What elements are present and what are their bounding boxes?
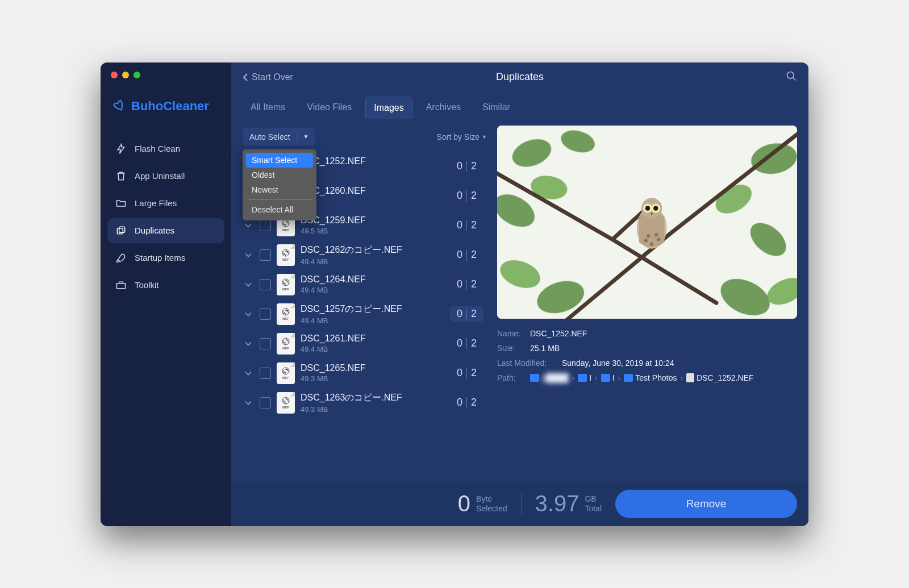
duplicate-count: 0 2 [450,158,483,174]
duplicate-count: 0 2 [450,394,483,411]
file-name: DSC_1264.NEF [301,274,444,285]
selected-count: 0 [457,219,462,231]
sidebar-item-label: Duplicates [135,226,174,235]
auto-select-dropdown: Smart Select Oldest Newest Deselect All [243,149,316,220]
preview-image [497,126,797,319]
sidebar: BuhoCleaner Flash Clean App Uninstall La… [101,62,231,526]
file-name: DSC_1263のコピー.NEF [301,392,444,404]
checkbox[interactable] [260,249,271,261]
selected-bytes: 0 [458,491,470,516]
chevron-down-icon[interactable] [243,279,254,290]
file-size: 49.5 MB [301,227,444,235]
checkbox[interactable] [260,308,271,320]
duplicate-count: 0 2 [450,217,483,233]
toolkit-icon [115,280,127,291]
meta-row-modified: Last Modified: Sunday, June 30, 2019 at … [497,358,797,368]
search-button[interactable] [786,70,797,84]
sidebar-item-startup-items[interactable]: Startup Items [107,245,224,270]
breadcrumb-segment[interactable]: I [601,373,615,382]
file-name: DSC_1265.NEF [301,363,444,373]
chevron-down-icon[interactable] [243,308,254,320]
total-unit: GB [585,494,602,504]
file-size: 49.4 MB [301,286,444,294]
selected-count: 0 [457,308,462,320]
sort-label: Sort by Size [437,132,479,141]
chevron-down-icon[interactable] [243,338,254,349]
svg-point-28 [650,242,653,245]
fullscreen-window-button[interactable] [134,72,140,78]
minimize-window-button[interactable] [122,72,129,78]
list-item[interactable]: NEF DSC_1257のコピー.NEF 49.4 MB 0 2 [243,299,487,329]
breadcrumb-label: Test Photos [635,373,677,382]
sort-button[interactable]: Sort by Size ▼ [437,132,487,141]
file-info: DSC_1259.NEF 49.5 MB [301,215,444,235]
tab-images[interactable]: Images [365,97,412,119]
tab-video-files[interactable]: Video Files [299,97,360,119]
dropdown-item-newest[interactable]: Newest [246,182,313,197]
close-window-button[interactable] [111,72,118,78]
auto-select-button[interactable]: Auto Select ▼ [243,128,315,146]
selected-unit: Byte [476,494,507,504]
sidebar-item-large-files[interactable]: Large Files [107,191,224,216]
sidebar-item-toolkit[interactable]: Toolkit [107,273,224,298]
brand-logo-icon [113,100,126,112]
checkbox[interactable] [260,220,271,231]
chevron-down-icon[interactable] [243,220,254,231]
list-item[interactable]: NEF DSC_1263のコピー.NEF 49.3 MB 0 2 [243,388,487,418]
back-button[interactable]: Start Over [243,72,293,82]
file-info: DSC_1263のコピー.NEF 49.3 MB [301,392,444,414]
stat-total: 3.97 GB Total [535,491,602,516]
chevron-down-icon[interactable] [243,368,254,379]
breadcrumb-segment[interactable]: Test Photos [624,373,677,382]
tab-similar[interactable]: Similar [474,97,518,119]
meta-row-name: Name: DSC_1252.NEF [497,329,797,338]
selected-count: 0 [457,160,462,172]
checkbox[interactable] [260,397,271,408]
checkbox[interactable] [260,368,271,379]
chevron-down-icon[interactable] [243,249,254,261]
folder-icon [624,374,633,382]
chevron-down-icon[interactable] [243,397,254,408]
file-info: DSC_1261.NEF 49.4 MB [301,333,444,353]
file-icon: NEF [277,274,295,295]
selected-count: 0 [457,278,462,290]
sidebar-item-label: Toolkit [135,280,159,290]
list-item[interactable]: NEF DSC_1261.NEF 49.4 MB 0 2 [243,329,487,358]
divider [466,249,467,261]
divider [466,279,467,290]
breadcrumb-label: p████ [541,373,568,382]
tab-all-items[interactable]: All Items [243,97,293,119]
sidebar-item-flash-clean[interactable]: Flash Clean [107,136,224,161]
sidebar-item-app-uninstall[interactable]: App Uninstall [107,164,224,189]
brand: BuhoCleaner [101,83,231,136]
stat-selected: 0 Byte Selected [458,491,507,516]
dropdown-item-deselect-all[interactable]: Deselect All [246,202,313,217]
list-item[interactable]: NEF DSC_1265.NEF 49.3 MB 0 2 [243,358,487,388]
remove-button[interactable]: Remove [615,490,797,518]
breadcrumb-segment[interactable]: DSC_1252.NEF [686,373,753,382]
sidebar-item-label: Flash Clean [135,144,180,153]
chevron-left-icon [243,73,248,82]
svg-point-35 [653,206,658,210]
checkbox[interactable] [260,338,271,349]
divider [466,161,467,172]
checkbox[interactable] [260,279,271,290]
svg-point-2 [787,72,794,78]
aperture-icon [281,337,290,346]
tab-archives[interactable]: Archives [418,97,469,119]
list-header: Auto Select ▼ Smart Select Oldest Newest… [243,126,487,152]
breadcrumb-segment[interactable]: p████ [530,373,568,382]
list-item[interactable]: NEF DSC_1262のコピー.NEF 49.4 MB 0 2 [243,240,487,270]
brand-name: BuhoCleaner [131,99,209,114]
sidebar-item-duplicates[interactable]: Duplicates [107,218,224,243]
remove-button-label: Remove [686,498,727,510]
list-item[interactable]: NEF DSC_1264.NEF 49.4 MB 0 2 [243,270,487,299]
total-count: 2 [471,219,477,231]
sidebar-item-label: Large Files [135,198,177,208]
breadcrumb-segment[interactable]: I [578,373,591,382]
duplicates-icon [115,225,127,236]
dropdown-item-smart-select[interactable]: Smart Select [246,153,313,168]
dropdown-item-oldest[interactable]: Oldest [246,168,313,182]
footer: 0 Byte Selected 3.97 GB Total Remove [231,482,808,526]
file-info: DSC_1262のコピー.NEF 49.4 MB [301,244,444,266]
